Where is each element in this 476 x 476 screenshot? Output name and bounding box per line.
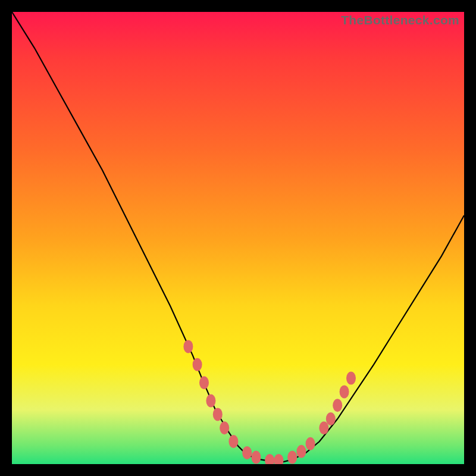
curve-marker — [199, 376, 209, 389]
curve-marker — [346, 372, 356, 385]
curve-marker — [220, 421, 229, 434]
curve-marker — [265, 454, 274, 464]
plot-area: TheBottleneck.com — [12, 12, 464, 464]
chart-frame: TheBottleneck.com — [0, 0, 476, 476]
curve-marker — [193, 358, 202, 371]
curve-marker — [183, 340, 193, 353]
bottleneck-curve — [12, 12, 464, 462]
curve-marker — [333, 399, 342, 412]
curve-marker — [206, 394, 215, 408]
curve-marker — [251, 451, 261, 464]
curve-marker — [228, 435, 238, 448]
curve-marker — [213, 408, 223, 421]
curve-marker — [287, 451, 297, 464]
curve-marker — [242, 446, 252, 459]
marker-group — [183, 340, 356, 464]
curve-marker — [306, 437, 315, 450]
curve-svg — [12, 12, 464, 464]
curve-marker — [326, 412, 336, 425]
curve-marker — [274, 454, 283, 464]
curve-marker — [296, 445, 306, 458]
curve-marker — [340, 385, 349, 398]
